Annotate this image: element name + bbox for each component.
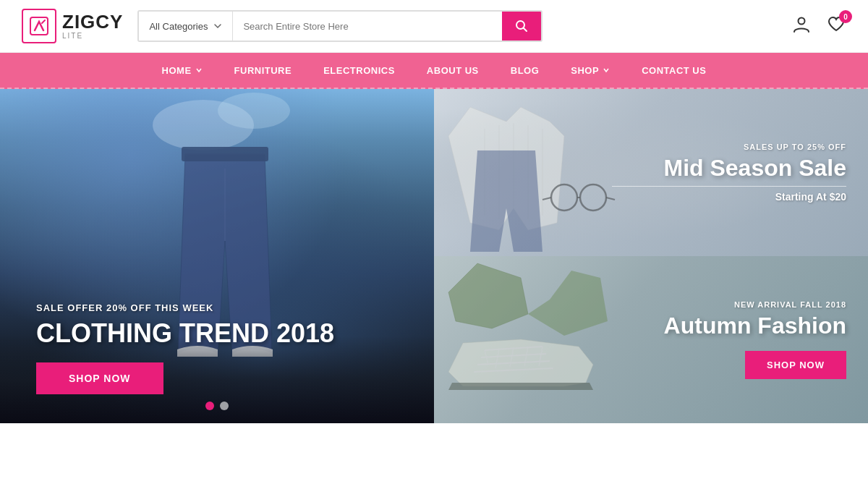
search-icon (515, 20, 528, 33)
search-input[interactable] (233, 12, 502, 41)
logo-text: ZIGCY LITE (62, 12, 123, 40)
nav-item-blog[interactable]: BLOG (495, 52, 556, 88)
hero-title: CLOTHING TREND 2018 (36, 319, 398, 348)
sale-tag: SALE OFFER 20% OFF THIS WEEK (36, 302, 398, 313)
nav-item-about[interactable]: ABOUT US (411, 52, 495, 88)
panel-top-tag: SALES UP TO 25% OFF (456, 143, 846, 151)
nav-item-furniture[interactable]: FURNITURE (218, 52, 308, 88)
account-button[interactable] (791, 14, 812, 38)
hero-shop-now-button[interactable]: SHOP NOW (36, 362, 163, 394)
chevron-down-icon (213, 22, 222, 30)
dot-1[interactable] (205, 402, 214, 410)
search-button[interactable] (502, 12, 541, 41)
wishlist-button[interactable]: 0 (826, 14, 846, 38)
nav-list: HOME FURNITURE ELECTRONICS ABOUT US BLOG… (146, 52, 723, 88)
category-label: All Categories (149, 21, 208, 32)
dot-2[interactable] (220, 402, 229, 410)
logo-icon (22, 9, 56, 43)
panel-top-sub: Starting At $20 (456, 191, 846, 203)
logo[interactable]: ZIGCY LITE (22, 9, 123, 43)
main-navigation: HOME FURNITURE ELECTRONICS ABOUT US BLOG… (0, 53, 868, 89)
svg-rect-5 (182, 147, 268, 161)
logo-sub: LITE (62, 33, 123, 40)
hero-section: SALE OFFER 20% OFF THIS WEEK CLOTHING TR… (0, 89, 868, 423)
nav-chevron-home (195, 67, 203, 74)
nav-item-electronics[interactable]: ELECTRONICS (307, 52, 411, 88)
category-dropdown[interactable]: All Categories (139, 12, 233, 41)
svg-point-2 (799, 18, 805, 25)
panel-bottom-title: Autumn Fashion (456, 313, 846, 339)
nav-item-contact[interactable]: CONTACT US (626, 52, 722, 88)
hero-left-content: SALE OFFER 20% OFF THIS WEEK CLOTHING TR… (36, 302, 398, 394)
nav-chevron-shop (603, 67, 610, 74)
search-area: All Categories (137, 10, 542, 42)
hero-panel-mid-season: SALES UP TO 25% OFF Mid Season Sale Star… (434, 89, 868, 256)
nav-item-shop[interactable]: SHOP (555, 52, 626, 88)
hero-dots (205, 402, 229, 410)
svg-point-4 (218, 93, 290, 129)
panel-divider (612, 186, 846, 187)
panel-bottom-content: NEW ARRIVAL FALL 2018 Autumn Fashion SHO… (434, 286, 868, 393)
hero-left-panel: SALE OFFER 20% OFF THIS WEEK CLOTHING TR… (0, 89, 434, 423)
hero-panel-autumn: NEW ARRIVAL FALL 2018 Autumn Fashion SHO… (434, 256, 868, 423)
panel-bottom-tag: NEW ARRIVAL FALL 2018 (456, 300, 846, 309)
wishlist-badge: 0 (839, 10, 852, 23)
hero-right-panels: SALES UP TO 25% OFF Mid Season Sale Star… (434, 89, 868, 423)
site-header: ZIGCY LITE All Categories (0, 0, 868, 53)
nav-item-home[interactable]: HOME (146, 52, 218, 88)
panel-top-content: SALES UP TO 25% OFF Mid Season Sale Star… (434, 128, 868, 216)
autumn-shop-now-button[interactable]: SHOP NOW (745, 351, 846, 379)
logo-brand: ZIGCY (62, 12, 123, 31)
header-icons: 0 (791, 14, 846, 38)
panel-top-title: Mid Season Sale (456, 156, 846, 181)
